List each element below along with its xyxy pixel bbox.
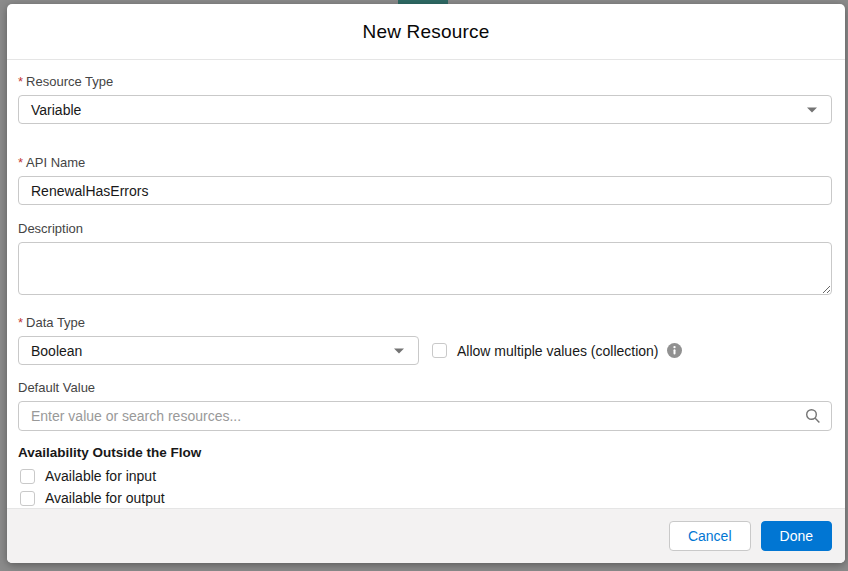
available-for-input-label: Available for input (45, 468, 156, 484)
data-type-value: Boolean (31, 343, 82, 359)
available-for-output-label: Available for output (45, 490, 165, 506)
api-name-field: *API Name (18, 155, 832, 205)
modal-body: *Resource Type Variable *API Name Descri… (7, 60, 845, 508)
api-name-input[interactable] (18, 176, 832, 205)
default-value-field: Default Value (18, 380, 832, 431)
allow-multiple-label: Allow multiple values (collection) (457, 343, 659, 359)
description-field: Description (18, 221, 832, 295)
done-button[interactable]: Done (761, 521, 832, 551)
data-type-row: Boolean Allow multiple values (collectio… (18, 336, 832, 365)
description-textarea[interactable] (18, 242, 832, 295)
description-label: Description (18, 221, 832, 237)
resource-type-label: *Resource Type (18, 74, 832, 90)
modal-footer: Cancel Done (7, 508, 845, 563)
modal-header: New Resource (7, 4, 845, 60)
required-asterisk: * (18, 74, 23, 89)
resource-type-combobox[interactable]: Variable (18, 95, 832, 124)
available-for-input-checkbox[interactable] (20, 469, 35, 484)
availability-heading: Availability Outside the Flow (18, 445, 832, 460)
available-for-output-option: Available for output (18, 490, 832, 506)
allow-multiple-option: Allow multiple values (collection) (432, 343, 682, 359)
resource-type-value: Variable (31, 102, 81, 118)
data-type-field: *Data Type Boolean Allow multiple values… (18, 315, 832, 365)
available-for-output-checkbox[interactable] (20, 491, 35, 506)
default-value-input[interactable] (18, 401, 832, 431)
search-icon (805, 408, 821, 424)
cancel-button[interactable]: Cancel (669, 521, 751, 551)
data-type-combobox[interactable]: Boolean (18, 336, 419, 365)
data-type-label-text: Data Type (26, 315, 85, 330)
allow-multiple-checkbox[interactable] (432, 343, 447, 358)
api-name-label: *API Name (18, 155, 832, 171)
required-asterisk: * (18, 315, 23, 330)
available-for-input-option: Available for input (18, 468, 832, 484)
info-icon[interactable] (667, 343, 682, 358)
resource-type-field: *Resource Type Variable (18, 74, 832, 124)
modal-title: New Resource (362, 21, 489, 43)
chevron-down-icon (806, 106, 818, 114)
api-name-label-text: API Name (26, 155, 85, 170)
default-value-label: Default Value (18, 380, 832, 396)
chevron-down-icon (393, 347, 405, 355)
default-value-search-wrap (18, 401, 832, 431)
resource-type-label-text: Resource Type (26, 74, 113, 89)
new-resource-modal: New Resource *Resource Type Variable *AP… (7, 4, 845, 563)
required-asterisk: * (18, 155, 23, 170)
data-type-label: *Data Type (18, 315, 832, 331)
